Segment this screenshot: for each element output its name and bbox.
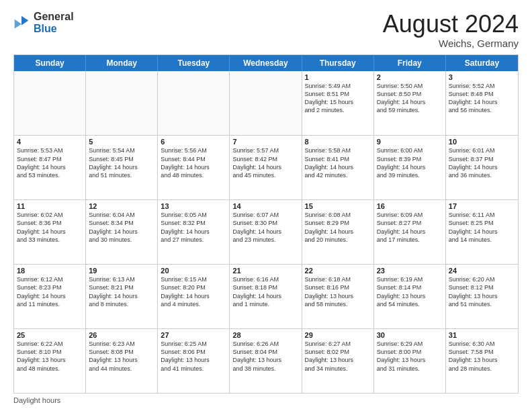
day-7: 7Sunrise: 5:57 AMSunset: 8:42 PMDaylight… xyxy=(230,136,302,199)
day-12: 12Sunrise: 6:04 AMSunset: 8:34 PMDayligh… xyxy=(86,200,158,264)
day-info: Sunrise: 5:58 AMSunset: 8:41 PMDaylight:… xyxy=(305,146,371,179)
day-info: Sunrise: 6:11 AMSunset: 8:25 PMDaylight:… xyxy=(449,211,515,244)
calendar-row-5: 25Sunrise: 6:22 AMSunset: 8:10 PMDayligh… xyxy=(14,328,518,393)
empty-cell xyxy=(230,71,302,136)
day-number: 18 xyxy=(17,267,83,275)
day-info: Sunrise: 6:16 AMSunset: 8:18 PMDaylight:… xyxy=(232,275,298,308)
day-info: Sunrise: 6:30 AMSunset: 7:58 PMDaylight:… xyxy=(449,340,515,373)
day-22: 22Sunrise: 6:18 AMSunset: 8:16 PMDayligh… xyxy=(302,265,374,328)
day-5: 5Sunrise: 5:54 AMSunset: 8:45 PMDaylight… xyxy=(86,136,158,199)
day-28: 28Sunrise: 6:26 AMSunset: 8:04 PMDayligh… xyxy=(230,329,302,393)
day-number: 27 xyxy=(161,331,226,339)
month-title: August 2024 xyxy=(383,11,519,38)
empty-cell xyxy=(14,71,86,136)
day-info: Sunrise: 6:12 AMSunset: 8:23 PMDaylight:… xyxy=(17,275,83,308)
day-number: 28 xyxy=(232,331,298,339)
logo-icon xyxy=(13,15,30,31)
day-number: 22 xyxy=(305,267,371,275)
day-number: 12 xyxy=(89,202,154,210)
day-19: 19Sunrise: 6:13 AMSunset: 8:21 PMDayligh… xyxy=(86,265,158,328)
calendar-body: 1Sunrise: 5:49 AMSunset: 8:51 PMDaylight… xyxy=(14,71,518,393)
day-31: 31Sunrise: 6:30 AMSunset: 7:58 PMDayligh… xyxy=(446,329,518,393)
day-13: 13Sunrise: 6:05 AMSunset: 8:32 PMDayligh… xyxy=(158,200,230,264)
day-26: 26Sunrise: 6:23 AMSunset: 8:08 PMDayligh… xyxy=(86,329,158,393)
day-23: 23Sunrise: 6:19 AMSunset: 8:14 PMDayligh… xyxy=(374,265,446,328)
day-21: 21Sunrise: 6:16 AMSunset: 8:18 PMDayligh… xyxy=(230,265,302,328)
day-info: Sunrise: 6:07 AMSunset: 8:30 PMDaylight:… xyxy=(232,211,298,244)
day-number: 26 xyxy=(89,331,154,339)
day-number: 17 xyxy=(449,202,515,210)
day-number: 3 xyxy=(449,73,515,81)
day-17: 17Sunrise: 6:11 AMSunset: 8:25 PMDayligh… xyxy=(446,200,518,264)
day-number: 13 xyxy=(161,202,226,210)
day-30: 30Sunrise: 6:29 AMSunset: 8:00 PMDayligh… xyxy=(374,329,446,393)
day-27: 27Sunrise: 6:25 AMSunset: 8:06 PMDayligh… xyxy=(158,329,230,393)
day-8: 8Sunrise: 5:58 AMSunset: 8:41 PMDaylight… xyxy=(302,136,374,199)
day-info: Sunrise: 5:54 AMSunset: 8:45 PMDaylight:… xyxy=(89,146,154,179)
day-number: 7 xyxy=(232,138,298,146)
day-info: Sunrise: 6:22 AMSunset: 8:10 PMDaylight:… xyxy=(17,340,83,373)
day-number: 31 xyxy=(449,331,515,339)
header-day-saturday: Saturday xyxy=(446,55,518,71)
day-info: Sunrise: 6:01 AMSunset: 8:37 PMDaylight:… xyxy=(449,146,515,179)
day-number: 14 xyxy=(232,202,298,210)
day-10: 10Sunrise: 6:01 AMSunset: 8:37 PMDayligh… xyxy=(446,136,518,199)
day-info: Sunrise: 5:56 AMSunset: 8:44 PMDaylight:… xyxy=(161,146,226,179)
calendar: SundayMondayTuesdayWednesdayThursdayFrid… xyxy=(13,54,519,394)
day-info: Sunrise: 6:18 AMSunset: 8:16 PMDaylight:… xyxy=(305,275,371,308)
day-info: Sunrise: 5:49 AMSunset: 8:51 PMDaylight:… xyxy=(305,82,371,115)
day-16: 16Sunrise: 6:09 AMSunset: 8:27 PMDayligh… xyxy=(374,200,446,264)
day-number: 10 xyxy=(449,138,515,146)
svg-marker-1 xyxy=(15,19,21,28)
header-day-wednesday: Wednesday xyxy=(230,55,302,71)
day-number: 23 xyxy=(377,267,443,275)
day-3: 3Sunrise: 5:52 AMSunset: 8:48 PMDaylight… xyxy=(446,71,518,136)
day-14: 14Sunrise: 6:07 AMSunset: 8:30 PMDayligh… xyxy=(230,200,302,264)
calendar-row-4: 18Sunrise: 6:12 AMSunset: 8:23 PMDayligh… xyxy=(14,264,518,328)
header-day-sunday: Sunday xyxy=(14,55,86,71)
day-info: Sunrise: 6:27 AMSunset: 8:02 PMDaylight:… xyxy=(305,340,371,373)
header-day-tuesday: Tuesday xyxy=(158,55,230,71)
day-number: 25 xyxy=(17,331,83,339)
day-number: 4 xyxy=(17,138,83,146)
day-2: 2Sunrise: 5:50 AMSunset: 8:50 PMDaylight… xyxy=(374,71,446,136)
day-info: Sunrise: 5:52 AMSunset: 8:48 PMDaylight:… xyxy=(449,82,515,115)
day-number: 2 xyxy=(377,73,443,81)
header-day-monday: Monday xyxy=(86,55,158,71)
day-number: 24 xyxy=(449,267,515,275)
day-number: 8 xyxy=(305,138,371,146)
day-info: Sunrise: 6:05 AMSunset: 8:32 PMDaylight:… xyxy=(161,211,226,244)
footer-note: Daylight hours xyxy=(13,394,519,404)
day-info: Sunrise: 6:13 AMSunset: 8:21 PMDaylight:… xyxy=(89,275,154,308)
logo-general-label: General xyxy=(34,11,74,23)
day-info: Sunrise: 5:53 AMSunset: 8:47 PMDaylight:… xyxy=(17,146,83,179)
day-number: 1 xyxy=(305,73,371,81)
day-info: Sunrise: 6:23 AMSunset: 8:08 PMDaylight:… xyxy=(89,340,154,373)
day-number: 16 xyxy=(377,202,443,210)
day-info: Sunrise: 6:25 AMSunset: 8:06 PMDaylight:… xyxy=(161,340,226,373)
header-day-thursday: Thursday xyxy=(302,55,374,71)
empty-cell xyxy=(86,71,158,136)
logo-blue-label: Blue xyxy=(34,23,74,35)
day-29: 29Sunrise: 6:27 AMSunset: 8:02 PMDayligh… xyxy=(302,329,374,393)
day-info: Sunrise: 6:08 AMSunset: 8:29 PMDaylight:… xyxy=(305,211,371,244)
day-info: Sunrise: 6:29 AMSunset: 8:00 PMDaylight:… xyxy=(377,340,443,373)
day-info: Sunrise: 6:02 AMSunset: 8:36 PMDaylight:… xyxy=(17,211,83,244)
day-15: 15Sunrise: 6:08 AMSunset: 8:29 PMDayligh… xyxy=(302,200,374,264)
empty-cell xyxy=(158,71,230,136)
day-24: 24Sunrise: 6:20 AMSunset: 8:12 PMDayligh… xyxy=(446,265,518,328)
day-number: 11 xyxy=(17,202,83,210)
day-info: Sunrise: 6:15 AMSunset: 8:20 PMDaylight:… xyxy=(161,275,226,308)
day-number: 19 xyxy=(89,267,154,275)
day-info: Sunrise: 6:04 AMSunset: 8:34 PMDaylight:… xyxy=(89,211,154,244)
calendar-header: SundayMondayTuesdayWednesdayThursdayFrid… xyxy=(14,55,518,71)
day-number: 9 xyxy=(377,138,443,146)
location: Weichs, Germany xyxy=(383,38,519,49)
svg-marker-0 xyxy=(21,15,28,25)
day-number: 15 xyxy=(305,202,371,210)
day-number: 29 xyxy=(305,331,371,339)
day-25: 25Sunrise: 6:22 AMSunset: 8:10 PMDayligh… xyxy=(14,329,86,393)
day-18: 18Sunrise: 6:12 AMSunset: 8:23 PMDayligh… xyxy=(14,265,86,328)
day-info: Sunrise: 6:00 AMSunset: 8:39 PMDaylight:… xyxy=(377,146,443,179)
day-info: Sunrise: 5:57 AMSunset: 8:42 PMDaylight:… xyxy=(232,146,298,179)
